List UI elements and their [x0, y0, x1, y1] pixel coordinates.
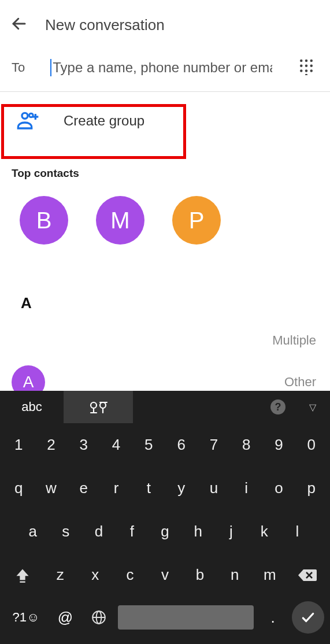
key[interactable]: k [248, 518, 281, 545]
on-screen-keyboard: abc ? ▽ 1 2 3 4 5 6 7 8 9 0 q w e r t y … [0, 391, 330, 644]
globe-key[interactable] [84, 610, 113, 625]
key[interactable]: x [77, 561, 112, 589]
key[interactable]: w [35, 475, 67, 502]
dialpad-icon[interactable] [298, 58, 318, 77]
key[interactable]: h [181, 518, 214, 545]
key[interactable]: 4 [100, 431, 132, 458]
keyboard-collapse-icon[interactable]: ▽ [295, 402, 330, 413]
key[interactable]: d [82, 518, 115, 545]
svg-point-16 [100, 402, 106, 408]
key[interactable]: p [295, 475, 328, 502]
contact-meta: Other [284, 375, 316, 390]
key[interactable]: q [2, 475, 35, 502]
keyboard-row-2: a s d f g h j k l [0, 510, 330, 553]
space-key[interactable] [118, 605, 254, 630]
svg-point-9 [310, 69, 313, 72]
keyboard-language-toggle[interactable] [64, 391, 133, 423]
key[interactable]: 0 [295, 431, 328, 458]
key[interactable]: 9 [262, 431, 295, 458]
contact-avatar[interactable]: M [96, 196, 144, 245]
key[interactable]: l [281, 518, 314, 545]
keyboard-row-numbers: 1 2 3 4 5 6 7 8 9 0 [0, 423, 330, 467]
key[interactable]: 6 [165, 431, 197, 458]
key[interactable]: m [253, 561, 287, 589]
key[interactable]: a [16, 518, 49, 545]
key[interactable]: i [230, 475, 262, 502]
key[interactable]: 1 [2, 431, 35, 458]
period-key[interactable]: . [258, 609, 287, 627]
key[interactable]: r [100, 475, 132, 502]
alpha-index-header: A [0, 249, 330, 318]
key[interactable]: s [49, 518, 82, 545]
key[interactable]: c [113, 561, 147, 589]
svg-point-4 [300, 65, 303, 68]
key[interactable]: f [116, 518, 149, 545]
top-contacts-row: B M P [0, 191, 330, 249]
key[interactable]: 2 [35, 431, 67, 458]
keyboard-row-1: q w e r t y u i o p [0, 467, 330, 510]
symbols-key[interactable]: ?1☺ [6, 610, 46, 625]
svg-point-7 [300, 69, 303, 72]
svg-point-12 [29, 113, 34, 117]
create-group-button[interactable]: Create group [0, 92, 330, 150]
svg-point-1 [300, 60, 303, 62]
key[interactable]: 3 [68, 431, 100, 458]
key[interactable]: o [262, 475, 295, 502]
svg-point-11 [22, 113, 28, 119]
keyboard-row-bottom: ?1☺ @ . [0, 597, 330, 638]
contact-avatar[interactable]: P [172, 196, 221, 245]
key[interactable]: 7 [198, 431, 230, 458]
svg-point-15 [91, 402, 97, 408]
key[interactable]: 5 [132, 431, 165, 458]
svg-point-8 [305, 69, 308, 72]
to-label: To [12, 60, 25, 75]
key[interactable]: 8 [230, 431, 262, 458]
create-group-label: Create group [64, 113, 144, 129]
key[interactable]: g [149, 518, 181, 545]
key[interactable]: z [43, 561, 77, 589]
enter-key[interactable] [292, 601, 324, 634]
contact-meta: Multiple [272, 333, 316, 348]
key[interactable]: y [165, 475, 197, 502]
at-key[interactable]: @ [51, 609, 80, 627]
contact-row[interactable]: Multiple [0, 318, 330, 363]
key[interactable]: b [183, 561, 217, 589]
svg-rect-17 [20, 581, 25, 582]
key[interactable]: j [214, 518, 247, 545]
keyboard-mode-abc[interactable]: abc [0, 399, 64, 414]
svg-point-2 [305, 60, 308, 62]
key[interactable]: u [198, 475, 230, 502]
key[interactable]: v [147, 561, 182, 589]
back-icon[interactable] [10, 15, 28, 35]
svg-point-3 [310, 60, 313, 62]
recipient-input[interactable] [50, 59, 272, 76]
key[interactable]: e [68, 475, 100, 502]
svg-point-5 [305, 65, 308, 68]
keyboard-row-3: z x c v b n m [0, 553, 330, 597]
top-contacts-label: Top contacts [0, 150, 330, 191]
key[interactable]: t [132, 475, 165, 502]
group-add-icon [16, 108, 39, 134]
keyboard-help-icon[interactable]: ? [261, 399, 295, 414]
svg-point-10 [305, 74, 308, 75]
backspace-key[interactable] [287, 568, 328, 583]
svg-point-6 [310, 65, 313, 68]
page-title: New conversation [45, 16, 165, 34]
shift-key[interactable] [2, 567, 43, 583]
contact-avatar[interactable]: B [20, 196, 68, 245]
key[interactable]: n [217, 561, 252, 589]
